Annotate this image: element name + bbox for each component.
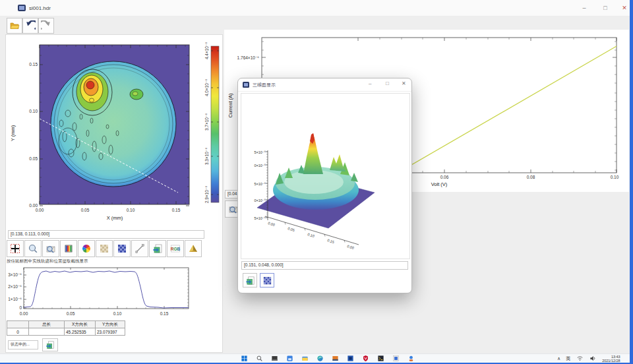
svg-text:5×10⁻⁶: 5×10⁻⁶ (254, 216, 266, 220)
profile-x-tick: 0.10 (113, 311, 122, 316)
surface-3d-canvas[interactable]: 5×10⁻⁶ 0×10⁻⁶ 5×10⁻⁶ 0×10⁻⁶ 5×10⁻⁶ 0.00 … (241, 93, 410, 259)
x-tick-label: 0.05 (81, 208, 90, 212)
table-header-row: 总长 X方向长 Y方向长 (7, 321, 125, 328)
surface-cursor-readout: [0.151, 0.048, 0.000] (241, 261, 408, 270)
wafer-disc (51, 61, 176, 187)
undo-button[interactable] (22, 18, 38, 34)
taskbar-app-orange[interactable] (331, 355, 339, 363)
color-slices-button[interactable] (60, 240, 77, 257)
surface-texture-button[interactable] (260, 273, 274, 288)
export-button[interactable] (149, 240, 166, 257)
float-titlebar[interactable]: 三维图显示 – □ ✕ (238, 78, 411, 92)
crosshair-tool-button[interactable] (7, 240, 24, 257)
y-tick-label: 0.15 (29, 62, 38, 67)
colorbar-tick-label: 4.0×10⁻⁶ (204, 79, 209, 96)
taskbar-app-gray[interactable] (392, 355, 400, 363)
redo-button[interactable] (38, 18, 54, 34)
taskbar-widgets-button[interactable] (286, 355, 293, 363)
svg-text:0.05: 0.05 (287, 226, 295, 232)
volume-icon[interactable] (589, 355, 597, 363)
svg-text:0.00: 0.00 (268, 221, 276, 227)
rgb-icon: RGB (170, 243, 181, 254)
iv-y-tick: 1.764×10⁻⁶ (237, 55, 260, 60)
zoom-region-tool-button[interactable] (42, 240, 59, 257)
surface-3d-button[interactable] (185, 240, 202, 257)
desktop: si001.hdr – □ ✕ (0, 0, 633, 364)
svg-text:0.15: 0.15 (327, 238, 335, 244)
texture-blue-button[interactable] (113, 240, 131, 257)
svg-text:0×10⁻⁶: 0×10⁻⁶ (254, 164, 266, 167)
x-length-cell[interactable]: 45.252535 (65, 328, 96, 336)
svg-text:0×10⁻⁶: 0×10⁻⁶ (254, 198, 266, 202)
measurement-table[interactable]: 总长 X方向长 Y方向长 0 0.16812813 45.252535 23.0… (7, 320, 125, 336)
taskbar-mcafee[interactable] (361, 355, 369, 363)
texture-light-button[interactable] (96, 240, 113, 257)
export-icon (245, 276, 255, 286)
table-row[interactable]: 0 0.16812813 45.252535 23.079397 (7, 328, 125, 336)
tray-ime-indicator[interactable]: 英 (566, 355, 570, 362)
profile-y-tick: 2×10⁻⁶ (8, 284, 22, 289)
tool-hint-text: 按住鼠标图中实线轨迹和位置提取截线显示 (7, 258, 218, 264)
x-tick-label: 0.00 (36, 208, 44, 212)
bottom-export-button[interactable] (42, 338, 58, 351)
texture-blue-icon (262, 276, 272, 286)
float-app-icon (243, 82, 249, 88)
rgb-button[interactable]: RGB (167, 240, 184, 257)
profile-plot-canvas[interactable]: 0 1×10⁻⁶ 2×10⁻⁶ 3×10⁻⁶ 0.00 0.05 0.10 0.… (5, 264, 193, 320)
float-maximize-button[interactable]: □ (386, 80, 389, 86)
taskbar-app-dark[interactable] (270, 355, 278, 363)
tray-date: 2021/12/28 (602, 359, 620, 363)
cursor-position-readout: [0.138, 0.113, 0.000] (8, 230, 204, 239)
tray-chevron-icon[interactable]: ∧ (557, 356, 560, 361)
window-title: si001.hdr (29, 5, 51, 11)
profile-y-tick: 1×10⁻⁶ (8, 297, 22, 301)
iv-x-tick: 0.10 (611, 175, 619, 179)
svg-text:RGB: RGB (171, 247, 181, 251)
contour-plot-canvas[interactable]: 0.00 0.05 0.10 0.15 0.00 0.05 0.10 0.15 … (5, 34, 223, 229)
x-tick-label: 0.10 (127, 208, 135, 212)
row-index-cell[interactable]: 0 (7, 328, 29, 336)
taskbar-app-blue[interactable] (346, 355, 354, 363)
taskbar-edge-browser[interactable] (316, 355, 324, 363)
measure-line-icon (135, 243, 145, 254)
maximize-button[interactable]: □ (596, 0, 615, 16)
open-file-button[interactable] (7, 18, 22, 34)
y-tick-label: 0.10 (29, 109, 38, 113)
x-axis-label: X (mm) (107, 215, 123, 221)
total-length-cell[interactable]: 0.16812813 (29, 328, 65, 336)
float-close-button[interactable]: ✕ (402, 80, 406, 86)
float-window-3d[interactable]: 三维图显示 – □ ✕ (237, 78, 412, 293)
texture-blue-icon (117, 243, 127, 254)
export-icon (45, 340, 55, 349)
surface-export-button[interactable] (243, 273, 257, 288)
profile-y-tick: 3×10⁻⁶ (8, 272, 22, 277)
y-length-cell[interactable]: 23.079397 (96, 328, 125, 336)
y-tick-label: 0.00 (29, 203, 38, 208)
taskbar-app-console[interactable] (377, 355, 384, 363)
iv-x-tick: 0.08 (527, 175, 535, 179)
iv-x-tick: 0.06 (440, 175, 449, 179)
taskbar-search-button[interactable] (255, 355, 263, 363)
tray-clock[interactable]: 13:43 2021/12/28 (602, 355, 620, 363)
float-minimize-button[interactable]: – (369, 80, 371, 86)
taskbar-start-button[interactable] (240, 355, 248, 363)
measure-tool-button[interactable] (131, 240, 148, 257)
open-folder-icon (9, 20, 20, 31)
app-titlebar[interactable]: si001.hdr – □ ✕ (0, 0, 630, 16)
taskbar: ∧ 英 13:43 2021/12/28 (0, 353, 630, 363)
col-header: X方向长 (65, 321, 96, 328)
minimize-button[interactable]: – (575, 0, 593, 16)
col-header: Y方向长 (96, 321, 125, 328)
taskbar-app-colorful[interactable] (407, 355, 415, 363)
y-tick-label: 0.05 (29, 156, 38, 161)
taskbar-file-explorer[interactable] (301, 355, 309, 363)
color-wheel-icon (81, 243, 92, 254)
wifi-icon[interactable] (576, 355, 584, 363)
float-window-title: 三维图显示 (253, 82, 276, 88)
iv-y-axis-label: Current (A) (227, 93, 233, 118)
colorbar-tick-label: 4.4×10⁻⁶ (204, 42, 209, 59)
zoom-in-tool-button[interactable] (24, 240, 42, 257)
svg-text:5×10⁻⁶: 5×10⁻⁶ (254, 150, 266, 154)
close-button[interactable]: ✕ (615, 0, 633, 16)
color-wheel-button[interactable] (78, 240, 95, 257)
